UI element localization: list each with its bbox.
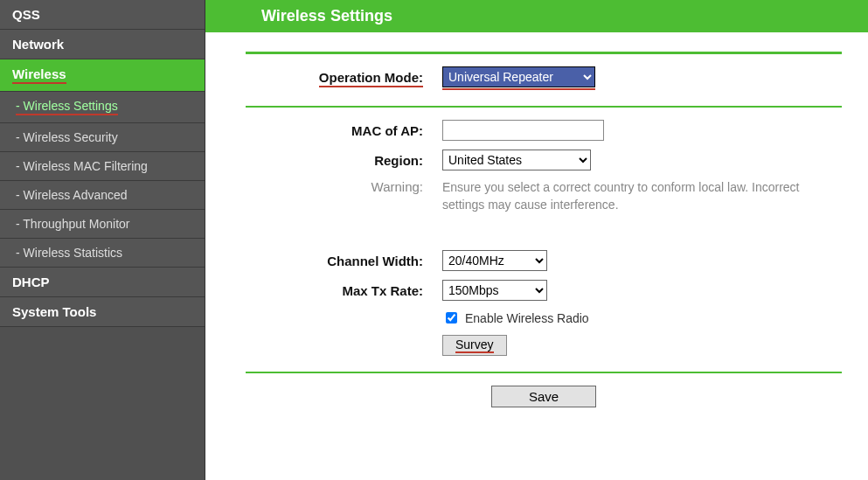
nav-dhcp[interactable]: DHCP bbox=[0, 268, 205, 297]
nav-throughput-monitor[interactable]: - Throughput Monitor bbox=[0, 210, 205, 239]
region-select[interactable]: United States bbox=[442, 150, 591, 170]
mac-of-ap-input[interactable] bbox=[442, 120, 604, 141]
separator bbox=[246, 52, 842, 54]
nav-system-tools[interactable]: System Tools bbox=[0, 297, 205, 327]
nav-network[interactable]: Network bbox=[0, 30, 205, 59]
label-operation-mode: Operation Mode: bbox=[246, 70, 442, 87]
sidebar: QSS Network Wireless - Wireless Settings… bbox=[0, 0, 205, 480]
sidebar-fill bbox=[0, 327, 205, 480]
page-title: Wireless Settings bbox=[205, 0, 868, 32]
nav-wireless-statistics[interactable]: - Wireless Statistics bbox=[0, 239, 205, 268]
enable-wireless-radio-label: Enable Wireless Radio bbox=[465, 311, 589, 325]
nav-wireless-settings-label: - Wireless Settings bbox=[16, 99, 118, 115]
enable-wireless-radio-row: Enable Wireless Radio bbox=[442, 310, 842, 326]
nav-qss[interactable]: QSS bbox=[0, 0, 205, 30]
survey-button-label: Survey bbox=[455, 337, 494, 353]
separator bbox=[246, 106, 842, 108]
save-button[interactable]: Save bbox=[491, 386, 596, 407]
nav-wireless-security[interactable]: - Wireless Security bbox=[0, 123, 205, 152]
operation-mode-select[interactable]: Universal Repeater bbox=[442, 66, 595, 87]
max-tx-rate-select[interactable]: 150Mbps bbox=[442, 280, 547, 301]
enable-wireless-radio-checkbox[interactable] bbox=[446, 312, 457, 323]
nav-wireless-label: Wireless bbox=[12, 66, 66, 84]
label-warning: Warning: bbox=[246, 179, 442, 194]
nav-wireless-settings[interactable]: - Wireless Settings bbox=[0, 92, 205, 123]
content: Wireless Settings Operation Mode: Univer… bbox=[205, 0, 868, 480]
label-channel-width: Channel Width: bbox=[246, 254, 442, 268]
nav-wireless-mac-filtering[interactable]: - Wireless MAC Filtering bbox=[0, 152, 205, 181]
label-max-tx-rate: Max Tx Rate: bbox=[246, 283, 442, 298]
operation-mode-select-wrap: Universal Repeater bbox=[442, 66, 595, 90]
label-region: Region: bbox=[246, 153, 442, 168]
nav-wireless[interactable]: Wireless bbox=[0, 59, 205, 92]
channel-width-select[interactable]: 20/40MHz bbox=[442, 250, 547, 271]
survey-button[interactable]: Survey bbox=[442, 335, 507, 356]
warning-text: Ensure you select a correct country to c… bbox=[442, 179, 842, 213]
nav-wireless-advanced[interactable]: - Wireless Advanced bbox=[0, 181, 205, 210]
label-mac-of-ap: MAC of AP: bbox=[246, 123, 442, 138]
separator bbox=[246, 372, 842, 373]
